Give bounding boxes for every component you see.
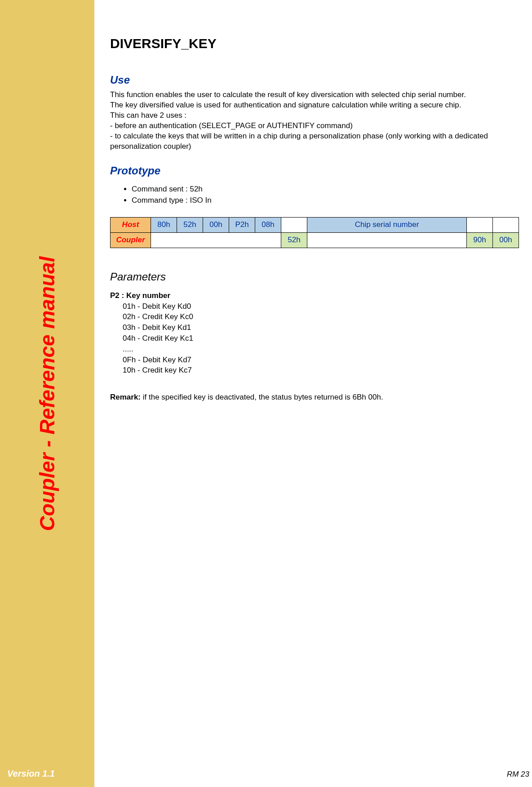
use-p4: - before an authentication (SELECT_PAGE …	[110, 121, 519, 131]
p2-item: 10h - Credit key Kc7	[123, 365, 519, 376]
host-chip-serial: Chip serial number	[307, 217, 467, 232]
host-row: Host 80h 52h 00h P2h 08h Chip serial num…	[111, 217, 519, 232]
prototype-list: Command sent : 52h Command type : ISO In	[132, 183, 519, 206]
proto-b2: Command type : ISO In	[132, 195, 519, 206]
use-p3: This can have 2 uses :	[110, 111, 519, 121]
p2-item: 01h - Debit Key Kd0	[123, 301, 519, 312]
remark-label: Remark:	[110, 393, 141, 401]
proto-b1: Command sent : 52h	[132, 183, 519, 195]
use-p5: - to calculate the keys that will be wri…	[110, 131, 519, 152]
coupler-resp: 52h	[281, 232, 307, 248]
command-table: Host 80h 52h 00h P2h 08h Chip serial num…	[110, 217, 519, 248]
remark: Remark: if the specified key is deactiva…	[110, 393, 519, 402]
use-heading: Use	[110, 74, 519, 86]
coupler-row: Coupler 52h 90h 00h	[111, 232, 519, 248]
coupler-sw1: 90h	[467, 232, 493, 248]
host-empty	[281, 217, 307, 232]
use-section: Use This function enables the user to ca…	[110, 74, 519, 152]
host-ins: 52h	[177, 217, 203, 232]
p2-item: 0Fh - Debit Key Kd7	[123, 355, 519, 365]
main-content: DIVERSIFY_KEY Use This function enables …	[110, 36, 519, 402]
remark-text: if the specified key is deactivated, the…	[141, 393, 383, 401]
coupler-sw2: 00h	[493, 232, 519, 248]
doc-title-vertical: Coupler - Reference manual	[35, 256, 59, 531]
prototype-section: Prototype Command sent : 52h Command typ…	[110, 165, 519, 248]
p2-item: 03h - Debit Key Kd1	[123, 322, 519, 333]
p2-item: .....	[123, 344, 519, 355]
p2-list: 01h - Debit Key Kd0 02h - Credit Key Kc0…	[123, 301, 519, 376]
host-empty3	[493, 217, 519, 232]
p2-item: 04h - Credit Key Kc1	[123, 333, 519, 344]
prototype-heading: Prototype	[110, 165, 519, 177]
p2-item: 02h - Credit Key Kc0	[123, 311, 519, 322]
host-label-cell: Host	[111, 217, 151, 232]
p2-title: P2 : Key number	[110, 291, 519, 300]
host-empty2	[467, 217, 493, 232]
coupler-empty1	[151, 232, 281, 248]
use-p1: This function enables the user to calcul…	[110, 90, 519, 100]
use-p2: The key diversified value is used for au…	[110, 100, 519, 111]
version-label: Version 1.1	[7, 769, 55, 779]
coupler-empty2	[307, 232, 467, 248]
sidebar: Coupler - Reference manual Version 1.1	[0, 0, 94, 787]
host-lc: 08h	[255, 217, 281, 232]
parameters-section: Parameters P2 : Key number 01h - Debit K…	[110, 271, 519, 402]
coupler-label-cell: Coupler	[111, 232, 151, 248]
page-number: RM 23	[507, 770, 529, 779]
host-cla: 80h	[151, 217, 177, 232]
host-p1: 00h	[203, 217, 229, 232]
parameters-heading: Parameters	[110, 271, 519, 283]
host-p2: P2h	[229, 217, 255, 232]
page-title: DIVERSIFY_KEY	[110, 36, 519, 51]
